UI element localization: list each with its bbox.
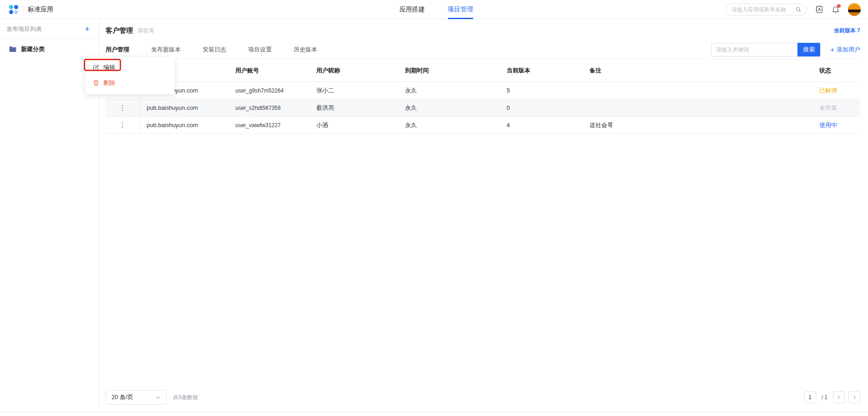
tab-user-management[interactable]: 用户管理 — [106, 46, 129, 54]
sidebar-item-category[interactable]: 新建分类 — [0, 40, 99, 58]
current-version-label: 当前版本 7 — [834, 27, 860, 35]
contacts-icon[interactable] — [815, 5, 823, 14]
search-icon — [795, 6, 802, 13]
row-actions-kebab-icon[interactable]: ⋮ — [119, 104, 126, 111]
context-menu-delete[interactable]: 删除 — [86, 76, 175, 90]
chevron-down-icon — [156, 395, 161, 400]
notification-badge — [837, 4, 841, 8]
page-count-label: / 1 — [822, 394, 827, 401]
row-remark: 这社会哥 — [589, 121, 819, 129]
sidebar-item-label: 新建分类 — [21, 45, 45, 53]
edit-icon — [93, 64, 99, 71]
row-account: user_g9sh7m52264 — [235, 87, 316, 94]
edit-label: 编辑 — [103, 63, 115, 72]
nav-tab-app-build[interactable]: 应用搭建 — [399, 0, 425, 19]
col-nickname: 用户昵称 — [316, 67, 405, 75]
add-user-label: 添加用户 — [837, 46, 860, 54]
row-context-menu: 编辑 删除 — [86, 57, 175, 94]
primary-nav: 应用搭建 项目管理 — [399, 0, 473, 19]
trash-icon — [93, 80, 99, 86]
tab-project-settings[interactable]: 项目设置 — [248, 46, 272, 54]
row-version: 5 — [507, 87, 589, 94]
add-category-icon[interactable]: + — [85, 25, 90, 33]
row-account: user_s2hdt567359 — [235, 105, 316, 111]
delete-label: 删除 — [103, 79, 115, 87]
notification-bell-icon[interactable] — [832, 5, 840, 14]
row-status: 未安装 — [819, 104, 860, 112]
row-domain: pub.baishuyun.com — [140, 122, 235, 128]
row-nickname: 张小二 — [316, 87, 405, 95]
plus-icon: + — [830, 46, 834, 53]
user-avatar[interactable] — [848, 3, 861, 16]
row-expire: 永久 — [405, 121, 507, 129]
col-remark: 备注 — [589, 67, 819, 75]
col-expire: 到期时间 — [405, 67, 507, 75]
row-version: 0 — [507, 104, 589, 111]
prev-page-button[interactable] — [833, 391, 845, 403]
top-bar: 标准应用 应用搭建 项目管理 — [0, 0, 868, 19]
page-title: 客户管理 — [106, 26, 133, 35]
sidebar-title: 发布项目列表 — [6, 25, 42, 33]
detail-tabs: 用户管理 发布新版本 安装日志 项目设置 历史版本 搜索 + 添加用户 — [106, 40, 860, 59]
row-version: 4 — [507, 122, 589, 128]
global-search[interactable] — [726, 4, 807, 15]
row-nickname: 蔡洪亮 — [316, 104, 405, 112]
table-row: ⋮ pub.baishuyun.com user_vaiwfw31227 小酒 … — [106, 117, 860, 134]
context-menu-edit[interactable]: 编辑 — [86, 61, 175, 74]
tab-install-log[interactable]: 安装日志 — [203, 46, 226, 54]
table-row: ⋮ pub.baishuyun.com user_s2hdt567359 蔡洪亮… — [106, 99, 860, 117]
pagination-bar: 20 条/页 共3条数据 1 / 1 — [106, 390, 860, 405]
app-logo-icon — [9, 5, 18, 14]
page-size-value: 20 条/页 — [112, 393, 133, 401]
row-expire: 永久 — [405, 87, 507, 95]
col-account: 用户账号 — [235, 67, 316, 75]
folder-icon — [9, 46, 16, 52]
row-actions-kebab-icon[interactable]: ⋮ — [119, 122, 126, 128]
tab-publish-new-version[interactable]: 发布新版本 — [151, 46, 181, 54]
nav-tab-project-management[interactable]: 项目管理 — [447, 0, 473, 19]
table-header: 用户账号 用户昵称 到期时间 当前版本 备注 状态 — [106, 59, 860, 82]
add-user-button[interactable]: + 添加用户 — [830, 46, 860, 54]
search-button[interactable]: 搜索 — [797, 43, 820, 56]
divider — [23, 6, 23, 13]
row-status: 使用中 — [819, 121, 860, 129]
main-content: 客户管理 滴答滴 当前版本 7 用户管理 发布新版本 安装日志 项目设置 历史版… — [99, 19, 868, 412]
col-version: 当前版本 — [507, 67, 589, 75]
page-subtitle: 滴答滴 — [137, 27, 154, 35]
tab-history-versions[interactable]: 历史版本 — [294, 46, 317, 54]
page-size-select[interactable]: 20 条/页 — [106, 390, 167, 405]
sidebar: 发布项目列表 + 新建分类 — [0, 19, 99, 412]
keyword-search-input[interactable] — [711, 43, 797, 56]
row-domain: pub.baishuyun.com — [140, 104, 235, 111]
next-page-button[interactable] — [848, 391, 860, 403]
col-status: 状态 — [819, 67, 860, 75]
row-expire: 永久 — [405, 104, 507, 112]
table-row: ⋮ pub.baishuyun.com user_g9sh7m52264 张小二… — [106, 82, 860, 99]
app-title: 标准应用 — [28, 5, 53, 14]
current-page-input[interactable]: 1 — [804, 391, 816, 403]
row-nickname: 小酒 — [316, 121, 405, 129]
user-table: 用户账号 用户昵称 到期时间 当前版本 备注 状态 ⋮ pub.baishuyu… — [106, 59, 860, 134]
row-status: 已解绑 — [819, 87, 860, 95]
row-account: user_vaiwfw31227 — [235, 122, 316, 128]
total-count-label: 共3条数据 — [173, 394, 198, 401]
global-search-input[interactable] — [731, 6, 795, 13]
